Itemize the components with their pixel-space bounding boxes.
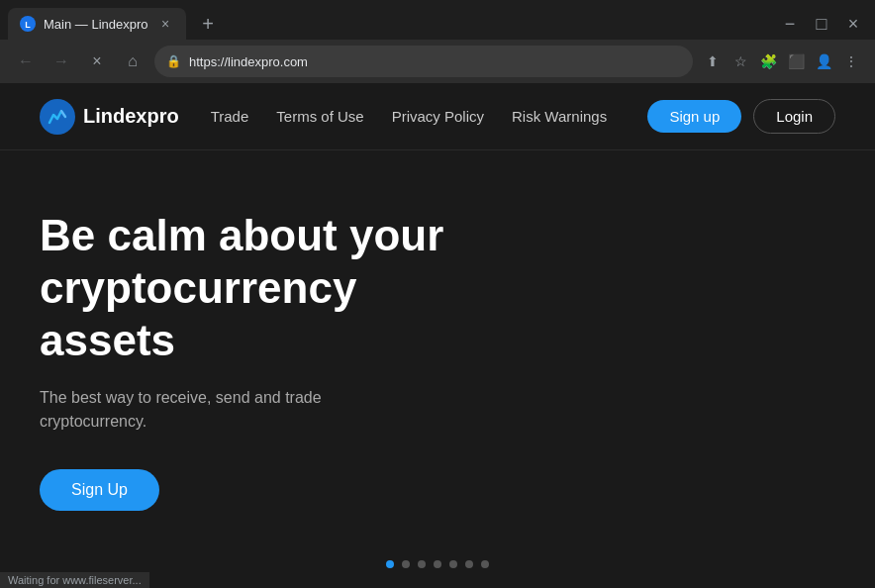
tab-title: Main — Lindexpro [44,17,148,32]
svg-text:L: L [25,20,31,30]
extensions-icon[interactable]: 🧩 [756,49,780,73]
browser-chrome: L Main — Lindexpro × + − □ × ← → × ⌂ 🔒 h… [0,0,875,83]
browser-status-bar: Waiting for www.fileserver... [0,572,149,588]
dot-1[interactable] [386,560,394,568]
dot-4[interactable] [434,560,441,568]
url-bar[interactable]: 🔒 https://lindexpro.com [154,46,693,77]
window-controls: − □ × [776,10,867,38]
lock-icon: 🔒 [166,54,181,68]
nav-buttons: Sign up Login [647,99,835,134]
website-content: Lindexpro Trade Terms of Use Privacy Pol… [0,83,875,588]
nav-risk[interactable]: Risk Warnings [512,108,607,125]
nav-terms[interactable]: Terms of Use [276,108,363,125]
sidebar-icon[interactable]: ⬛ [784,49,808,73]
address-bar: ← → × ⌂ 🔒 https://lindexpro.com ⬆ ☆ 🧩 ⬛ … [0,40,875,83]
tab-favicon: L [20,16,36,32]
new-tab-button[interactable]: + [194,10,222,38]
close-window-button[interactable]: × [839,10,867,38]
back-button[interactable]: ← [12,48,40,75]
carousel-dots [386,560,489,568]
dot-2[interactable] [402,560,410,568]
nav-trade[interactable]: Trade [211,108,249,125]
dot-6[interactable] [465,560,473,568]
navbar-signup-button[interactable]: Sign up [647,100,741,133]
nav-privacy[interactable]: Privacy Policy [392,108,484,125]
site-navbar: Lindexpro Trade Terms of Use Privacy Pol… [0,83,875,150]
minimize-button[interactable]: − [776,10,804,38]
nav-links: Trade Terms of Use Privacy Policy Risk W… [211,108,648,125]
hero-title: Be calm about your cryptocurrency assets [40,210,455,366]
bookmark-icon[interactable]: ☆ [729,49,752,73]
tab-close-button[interactable]: × [156,15,174,33]
share-icon[interactable]: ⬆ [701,49,725,73]
active-tab[interactable]: L Main — Lindexpro × [8,8,186,40]
hero-section: Be calm about your cryptocurrency assets… [0,150,875,550]
profile-icon[interactable]: 👤 [812,49,835,73]
forward-button[interactable]: → [48,48,75,75]
maximize-button[interactable]: □ [808,10,835,38]
dot-3[interactable] [418,560,426,568]
hero-subtitle: The best way to receive, send and trade … [40,386,337,434]
home-button[interactable]: ⌂ [119,48,146,75]
logo-icon [40,99,75,135]
status-text: Waiting for www.fileserver... [8,574,142,586]
tab-bar: L Main — Lindexpro × + − □ × [0,0,875,40]
logo-text: Lindexpro [83,105,179,128]
dot-7[interactable] [481,560,489,568]
refresh-button[interactable]: × [83,48,111,75]
navbar-login-button[interactable]: Login [753,99,835,134]
url-text: https://lindexpro.com [189,54,681,69]
dot-5[interactable] [449,560,457,568]
browser-actions: ⬆ ☆ 🧩 ⬛ 👤 ⋮ [701,49,863,73]
site-logo[interactable]: Lindexpro [40,99,179,135]
menu-icon[interactable]: ⋮ [839,49,863,73]
hero-signup-button[interactable]: Sign Up [40,469,159,511]
